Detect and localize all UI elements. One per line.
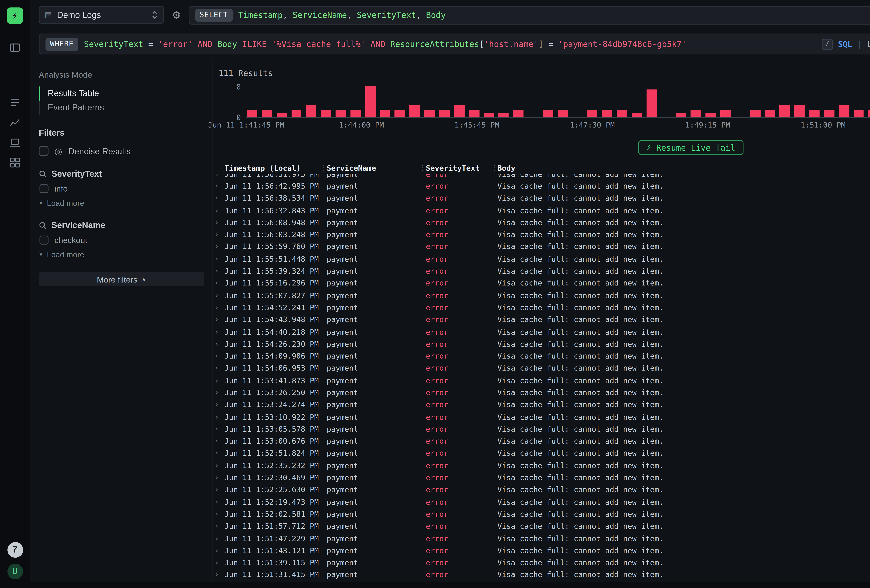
histogram-bar[interactable] bbox=[306, 105, 316, 117]
row-expand-chevron[interactable]: › bbox=[214, 304, 225, 311]
mode-results-table[interactable]: Results Table bbox=[39, 86, 204, 101]
select-query-input[interactable]: SELECT Timestamp, ServiceName, SeverityT… bbox=[188, 6, 870, 24]
row-expand-chevron[interactable]: › bbox=[214, 243, 225, 251]
histogram-bar[interactable] bbox=[676, 113, 686, 117]
log-row[interactable]: ›Jun 11 1:51:39.115 PMpaymenterrorVisa c… bbox=[213, 557, 870, 569]
log-row[interactable]: ›Jun 11 1:53:10.922 PMpaymenterrorVisa c… bbox=[213, 411, 870, 423]
help-button[interactable]: ? bbox=[7, 542, 23, 557]
histogram-bar[interactable] bbox=[291, 109, 301, 117]
row-expand-chevron[interactable]: › bbox=[214, 400, 225, 409]
row-expand-chevron[interactable]: › bbox=[214, 546, 225, 555]
source-select[interactable]: ▤ Demo Logs bbox=[39, 6, 164, 24]
sessions-button[interactable] bbox=[9, 136, 21, 148]
log-row[interactable]: ›Jun 11 1:54:09.906 PMpaymenterrorVisa c… bbox=[213, 350, 870, 362]
row-expand-chevron[interactable]: › bbox=[214, 218, 225, 226]
histogram-bar[interactable] bbox=[765, 109, 775, 117]
denoise-checkbox[interactable] bbox=[39, 146, 49, 156]
histogram-bar[interactable] bbox=[513, 109, 523, 117]
more-filters-button[interactable]: More filters ∨ bbox=[39, 272, 204, 286]
row-expand-chevron[interactable]: › bbox=[214, 316, 225, 324]
log-row[interactable]: ›Jun 11 1:56:38.534 PMpaymenterrorVisa c… bbox=[213, 192, 870, 204]
histogram-bar[interactable] bbox=[706, 113, 716, 117]
log-row[interactable]: ›Jun 11 1:54:52.241 PMpaymenterrorVisa c… bbox=[213, 301, 870, 314]
filter-checkbox[interactable] bbox=[40, 235, 48, 244]
row-expand-chevron[interactable]: › bbox=[214, 534, 225, 542]
row-expand-chevron[interactable]: › bbox=[214, 328, 225, 336]
load-more-severitytext[interactable]: ∨ Load more bbox=[39, 198, 204, 207]
log-row[interactable]: ›Jun 11 1:51:31.415 PMpaymenterrorVisa c… bbox=[213, 569, 870, 581]
row-expand-chevron[interactable]: › bbox=[214, 461, 225, 469]
log-row[interactable]: ›Jun 11 1:53:41.873 PMpaymenterrorVisa c… bbox=[213, 374, 870, 387]
log-row[interactable]: ›Jun 11 1:53:05.578 PMpaymenterrorVisa c… bbox=[213, 423, 870, 435]
row-expand-chevron[interactable]: › bbox=[214, 231, 225, 239]
histogram-bar[interactable] bbox=[277, 113, 287, 117]
histogram-bar[interactable] bbox=[854, 109, 864, 117]
column-resizer[interactable]: ⋮ bbox=[419, 164, 426, 171]
log-row[interactable]: ›Jun 11 1:52:19.473 PMpaymenterrorVisa c… bbox=[213, 496, 870, 508]
log-row[interactable]: ›Jun 11 1:51:43.121 PMpaymenterrorVisa c… bbox=[213, 544, 870, 557]
histogram-bar[interactable] bbox=[868, 109, 870, 117]
row-expand-chevron[interactable]: › bbox=[214, 279, 225, 287]
filter-option-info[interactable]: info bbox=[39, 184, 204, 193]
column-resizer[interactable]: ⋮ bbox=[320, 164, 327, 171]
histogram-bar[interactable] bbox=[439, 109, 450, 117]
row-expand-chevron[interactable]: › bbox=[214, 340, 225, 348]
histogram-bar[interactable] bbox=[336, 109, 346, 117]
row-expand-chevron[interactable]: › bbox=[214, 558, 225, 567]
histogram-bar[interactable] bbox=[824, 109, 834, 117]
log-row[interactable]: ›Jun 11 1:52:25.630 PMpaymenterrorVisa c… bbox=[213, 484, 870, 496]
log-row[interactable]: ›Jun 11 1:56:08.948 PMpaymenterrorVisa c… bbox=[213, 216, 870, 229]
chart-explorer-button[interactable] bbox=[9, 116, 21, 128]
log-row[interactable]: ›Jun 11 1:52:35.232 PMpaymenterrorVisa c… bbox=[213, 460, 870, 472]
histogram-bar[interactable] bbox=[632, 113, 642, 117]
mode-event-patterns[interactable]: Event Patterns bbox=[39, 101, 204, 115]
histogram-bar[interactable] bbox=[380, 109, 390, 117]
row-expand-chevron[interactable]: › bbox=[214, 498, 225, 506]
row-expand-chevron[interactable]: › bbox=[214, 389, 225, 397]
row-expand-chevron[interactable]: › bbox=[214, 376, 225, 384]
log-row[interactable]: ›Jun 11 1:54:43.948 PMpaymenterrorVisa c… bbox=[213, 314, 870, 326]
histogram-bar[interactable] bbox=[247, 109, 257, 117]
filter-checkbox[interactable] bbox=[40, 184, 48, 193]
histogram-bar[interactable] bbox=[543, 109, 553, 117]
sidebar-toggle-button[interactable] bbox=[9, 42, 21, 54]
log-row[interactable]: ›Jun 11 1:52:02.581 PMpaymenterrorVisa c… bbox=[213, 508, 870, 520]
log-row[interactable]: ›Jun 11 1:55:16.296 PMpaymenterrorVisa c… bbox=[213, 277, 870, 289]
log-row[interactable]: ›Jun 11 1:54:40.218 PMpaymenterrorVisa c… bbox=[213, 326, 870, 338]
log-row[interactable]: ›Jun 11 1:53:00.676 PMpaymenterrorVisa c… bbox=[213, 435, 870, 447]
log-row[interactable]: ›Jun 11 1:51:47.229 PMpaymenterrorVisa c… bbox=[213, 532, 870, 545]
row-expand-chevron[interactable]: › bbox=[214, 364, 225, 372]
log-row[interactable]: ›Jun 11 1:55:07.827 PMpaymenterrorVisa c… bbox=[213, 289, 870, 301]
log-row[interactable]: ›Jun 11 1:53:24.274 PMpaymenterrorVisa c… bbox=[213, 399, 870, 411]
row-expand-chevron[interactable]: › bbox=[214, 352, 225, 360]
where-query-input[interactable]: WHERE SeverityText = 'error' AND Body IL… bbox=[39, 34, 870, 54]
log-row[interactable]: ›Jun 11 1:55:51.448 PMpaymenterrorVisa c… bbox=[213, 253, 870, 265]
log-row[interactable]: ›Jun 11 1:55:59.760 PMpaymenterrorVisa c… bbox=[213, 241, 870, 253]
row-expand-chevron[interactable]: › bbox=[214, 174, 225, 178]
histogram-bar[interactable] bbox=[587, 109, 597, 117]
row-expand-chevron[interactable]: › bbox=[214, 510, 225, 518]
row-expand-chevron[interactable]: › bbox=[214, 449, 225, 457]
histogram-bar[interactable] bbox=[425, 109, 435, 117]
log-row[interactable]: ›Jun 11 1:52:30.469 PMpaymenterrorVisa c… bbox=[213, 472, 870, 484]
log-row[interactable]: ›Jun 11 1:56:03.248 PMpaymenterrorVisa c… bbox=[213, 229, 870, 241]
load-more-servicename[interactable]: ∨ Load more bbox=[39, 250, 204, 259]
histogram-bar[interactable] bbox=[647, 89, 657, 117]
histogram-bar[interactable] bbox=[498, 113, 509, 117]
histogram-bar[interactable] bbox=[454, 105, 464, 117]
row-expand-chevron[interactable]: › bbox=[214, 255, 225, 263]
user-avatar[interactable]: U bbox=[7, 563, 23, 579]
histogram-bar[interactable] bbox=[365, 86, 375, 117]
histogram-bar[interactable] bbox=[809, 109, 819, 117]
histogram-bar[interactable] bbox=[469, 109, 479, 117]
log-row[interactable]: ›Jun 11 1:51:57.712 PMpaymenterrorVisa c… bbox=[213, 520, 870, 532]
histogram-bar[interactable] bbox=[558, 109, 568, 117]
histogram-bar[interactable] bbox=[395, 109, 405, 117]
row-expand-chevron[interactable]: › bbox=[214, 194, 225, 202]
sql-toggle[interactable]: SQL bbox=[838, 40, 852, 48]
row-expand-chevron[interactable]: › bbox=[214, 182, 225, 190]
log-row[interactable]: ›Jun 11 1:54:06.953 PMpaymenterrorVisa c… bbox=[213, 362, 870, 374]
histogram-bar[interactable] bbox=[691, 109, 701, 117]
row-expand-chevron[interactable]: › bbox=[214, 522, 225, 530]
app-logo[interactable]: ⚡ bbox=[7, 7, 23, 24]
